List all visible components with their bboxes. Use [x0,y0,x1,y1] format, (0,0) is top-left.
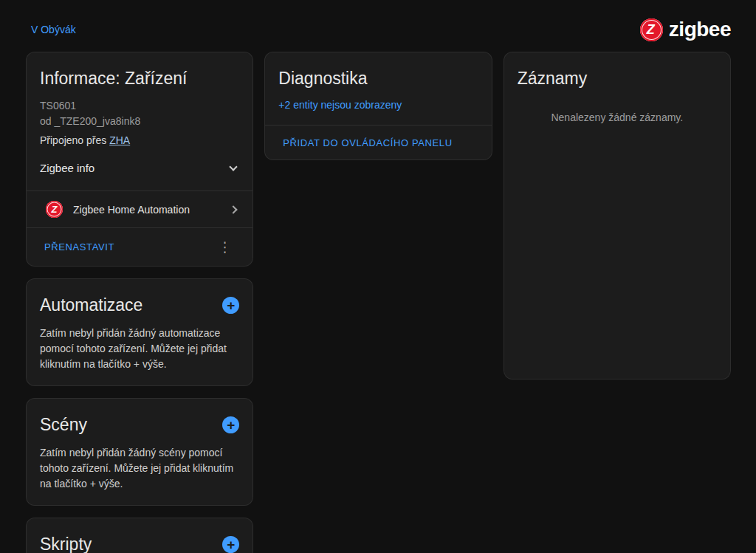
zigbee-info-label: Zigbee info [40,162,94,174]
device-info-card: Informace: Zařízení TS0601 od _TZE200_jv… [26,52,253,267]
zigbee-logo-icon: Z [640,18,663,41]
device-model: TS0601 [40,98,239,114]
device-info-title: Informace: Zařízení [40,67,239,89]
zigbee-info-expander[interactable]: Zigbee info [40,162,239,177]
brand-text: zigbee [669,18,731,41]
more-options-icon[interactable]: ⋮ [218,240,232,254]
scripts-card: Skripty + [26,518,253,553]
scenes-title: Scény [40,413,87,436]
diagnostics-card: Diagnostika +2 entity nejsou zobrazeny P… [264,52,492,160]
middle-column: Diagnostika +2 entity nejsou zobrazeny P… [264,52,492,160]
add-automation-button[interactable]: + [222,297,239,314]
scripts-title: Skripty [40,533,92,553]
breadcrumb[interactable]: V Obývák [31,24,76,35]
logbook-empty-text: Nenalezeny žádné záznamy. [518,111,717,123]
left-column: Informace: Zařízení TS0601 od _TZE200_jv… [26,52,253,553]
device-info-footer: PŘENASTAVIT ⋮ [27,228,252,266]
scenes-card: Scény + Zatím nebyl přidán žádný scény p… [26,398,253,506]
automations-title: Automatizace [40,294,142,316]
add-scene-button[interactable]: + [222,416,239,433]
device-manufacturer: od _TZE200_jva8ink8 [40,114,239,129]
logbook-card: Záznamy Nenalezeny žádné záznamy. [504,52,731,379]
integration-label: Zigbee Home Automation [73,204,220,216]
diagnostics-title: Diagnostika [278,67,478,89]
zha-link[interactable]: ZHA [109,134,130,146]
page-header: V Obývák Z zigbee [0,0,756,52]
add-to-dashboard-button[interactable]: PŘIDAT DO OVLÁDACÍHO PANELU [283,137,452,148]
connected-via-label: Připojeno přes [40,134,106,146]
card-grid: Informace: Zařízení TS0601 od _TZE200_jv… [0,52,756,553]
diagnostics-footer: PŘIDAT DO OVLÁDACÍHO PANELU [265,126,491,159]
zigbee-brand: Z zigbee [640,18,731,41]
hidden-entities-link[interactable]: +2 entity nejsou zobrazeny [278,99,402,111]
connected-via: Připojeno přes ZHA [40,133,239,148]
automations-empty-text: Zatím nebyl přidán žádný automatizace po… [40,326,239,372]
add-script-button[interactable]: + [222,536,239,553]
zigbee-integration-icon: Z [46,201,63,218]
integration-row[interactable]: Z Zigbee Home Automation [27,191,252,227]
chevron-right-icon [230,205,238,213]
reconfigure-button[interactable]: PŘENASTAVIT [44,241,114,253]
scenes-empty-text: Zatím nebyl přidán žádný scény pomocí to… [40,445,239,492]
chevron-down-icon [230,162,238,171]
automations-card: Automatizace + Zatím nebyl přidán žádný … [26,278,253,386]
right-column: Záznamy Nenalezeny žádné záznamy. [504,52,731,379]
logbook-title: Záznamy [518,67,717,89]
